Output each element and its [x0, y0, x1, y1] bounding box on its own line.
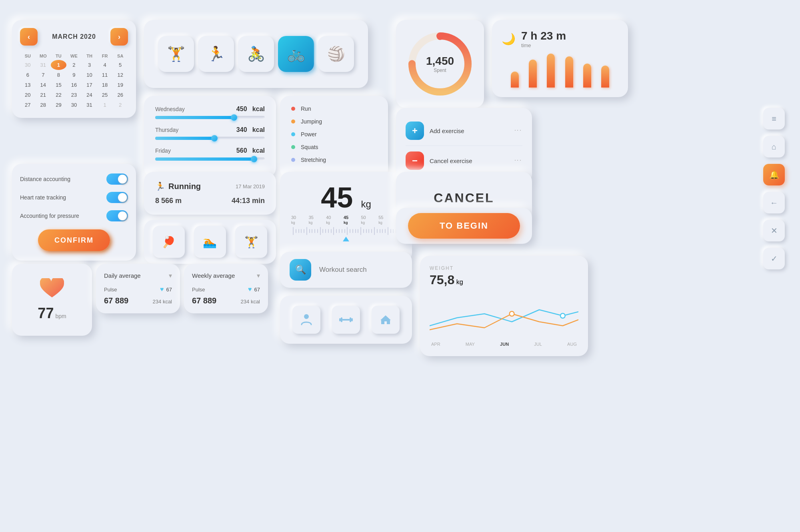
- scale-tick: [306, 227, 307, 235]
- calendar-day[interactable]: 10: [82, 70, 97, 80]
- sport-cycle-button[interactable]: 🚴: [238, 36, 274, 72]
- calendar-day[interactable]: 30: [66, 100, 82, 110]
- running-date: 17 Mar 2019: [236, 183, 265, 189]
- calendar-day[interactable]: 5: [112, 60, 128, 70]
- small-sport-pingpong[interactable]: 🏓: [153, 226, 185, 258]
- scale-tick: [390, 229, 391, 233]
- cancel-label[interactable]: CANCEL: [434, 191, 494, 205]
- friday-progress: [155, 157, 265, 161]
- calendar-day[interactable]: 1: [51, 60, 66, 70]
- sport-run-button[interactable]: 🏃: [198, 36, 234, 72]
- cancel-exercise-menu[interactable]: ⋮: [514, 157, 522, 165]
- calendar-day[interactable]: 8: [51, 70, 66, 80]
- calendar-day[interactable]: 31: [36, 60, 51, 70]
- bpm-unit: bpm: [55, 313, 66, 319]
- scale-tick: [393, 229, 394, 233]
- calendar-day[interactable]: 17: [82, 80, 97, 90]
- heart-rate-toggle-row: Heart rate tracking: [20, 192, 128, 203]
- cal-day-header: SA: [112, 52, 128, 60]
- squats-label: Squats: [301, 144, 318, 150]
- heart-rate-toggle-label: Heart rate tracking: [20, 194, 66, 201]
- pressure-toggle-label: Accounting for pressure: [20, 213, 79, 219]
- weekly-avg-dropdown[interactable]: ▾: [257, 272, 260, 279]
- prev-month-button[interactable]: ‹: [20, 28, 38, 46]
- calendar-day[interactable]: 30: [20, 60, 36, 70]
- workout-search-label[interactable]: Workout search: [319, 266, 367, 274]
- scale-labels: 30kg 35kg 40kg 45kg 50kg 55kg 60kg: [290, 215, 402, 225]
- cancel-exercise-icon: −: [406, 151, 424, 170]
- calendar-day[interactable]: 1: [97, 100, 113, 110]
- month-jun: JUN: [500, 342, 509, 347]
- svg-point-2: [304, 314, 309, 319]
- calendar-day[interactable]: 19: [112, 80, 128, 90]
- calendar-day[interactable]: 24: [82, 90, 97, 100]
- svg-rect-4: [341, 317, 342, 322]
- friday-fill: [155, 157, 254, 161]
- daily-pulse-label: Pulse: [104, 287, 117, 293]
- weekly-pulse-label: Pulse: [192, 287, 205, 293]
- nav-bell-icon[interactable]: 🔔: [763, 164, 785, 185]
- bar-chart-bar: [601, 66, 609, 88]
- pressure-toggle-switch[interactable]: [106, 210, 128, 221]
- nav-home-icon[interactable]: ⌂: [763, 136, 785, 157]
- calendar-day[interactable]: 2: [66, 60, 82, 70]
- nav-menu-icon[interactable]: ≡: [763, 108, 785, 130]
- calendar-day[interactable]: 6: [20, 70, 36, 80]
- calendar-day[interactable]: 3: [82, 60, 97, 70]
- calendar-day[interactable]: 25: [97, 90, 113, 100]
- friday-row: Friday 560 kcal: [155, 147, 265, 161]
- calendar-day[interactable]: 12: [112, 70, 128, 80]
- calendar-day[interactable]: 7: [36, 70, 51, 80]
- add-exercise-menu[interactable]: ⋮: [514, 127, 522, 135]
- nav-check-icon[interactable]: ✓: [763, 248, 785, 269]
- weekly-stats-row: 67 889 234 kcal: [192, 296, 260, 305]
- calendar-day[interactable]: 22: [51, 90, 66, 100]
- calendar-day[interactable]: 4: [97, 60, 113, 70]
- small-sport-swim[interactable]: 🏊: [194, 226, 226, 258]
- heart-rate-display-card: 77 bpm: [12, 264, 92, 336]
- scale-tick: [336, 229, 337, 233]
- calendar-day[interactable]: 21: [36, 90, 51, 100]
- calendar-day[interactable]: 29: [51, 100, 66, 110]
- calendar-day[interactable]: 14: [36, 80, 51, 90]
- scale-tick: [328, 229, 329, 233]
- sport-gym-button[interactable]: 🏋️: [158, 36, 194, 72]
- calendar-day[interactable]: 28: [36, 100, 51, 110]
- cal-day-header: MO: [36, 52, 51, 60]
- scale-ticks: [290, 227, 402, 235]
- daily-avg-dropdown[interactable]: ▾: [169, 272, 172, 279]
- month-jul: JUL: [534, 342, 542, 347]
- sport-volleyball-button[interactable]: 🏐: [318, 36, 354, 72]
- calendar-day[interactable]: 2: [112, 100, 128, 110]
- calendar-day[interactable]: 9: [66, 70, 82, 80]
- calendar-day[interactable]: 20: [20, 90, 36, 100]
- small-sport-lift[interactable]: 🏋️: [235, 226, 267, 258]
- daily-average-card: Daily average ▾ Pulse ♥ 67 67 889 234 kc…: [96, 264, 180, 313]
- next-month-button[interactable]: ›: [110, 28, 128, 46]
- calendar-day[interactable]: 15: [51, 80, 66, 90]
- calendar-day[interactable]: 23: [66, 90, 82, 100]
- scale-tick: [293, 227, 294, 235]
- weekly-pulse-val: ♥ 67: [248, 286, 260, 293]
- confirm-button[interactable]: CONFIRM: [38, 229, 110, 251]
- bar-chart-bar: [547, 54, 555, 88]
- calendar-day[interactable]: 26: [112, 90, 128, 100]
- calendar-day[interactable]: 13: [20, 80, 36, 90]
- distance-toggle-row: Distance accounting: [20, 173, 128, 185]
- distance-toggle-switch[interactable]: [106, 173, 128, 185]
- heart-rate-toggle-switch[interactable]: [106, 192, 128, 203]
- bottom-home-icon[interactable]: [372, 306, 400, 334]
- bottom-person-icon[interactable]: [292, 306, 320, 334]
- calendar-day[interactable]: 31: [82, 100, 97, 110]
- nav-close-icon[interactable]: ✕: [763, 220, 785, 241]
- month-may: MAY: [466, 342, 475, 347]
- nav-back-icon[interactable]: ←: [763, 192, 785, 213]
- calendar-day[interactable]: 18: [97, 80, 113, 90]
- calendar-day[interactable]: 27: [20, 100, 36, 110]
- sport-bike-button[interactable]: 🚲: [278, 36, 314, 72]
- calendar-day[interactable]: 11: [97, 70, 113, 80]
- daily-pulse-val: ♥ 67: [160, 286, 172, 293]
- begin-button[interactable]: TO BEGIN: [408, 213, 520, 239]
- bottom-dumbbell-icon[interactable]: [332, 306, 360, 334]
- calendar-day[interactable]: 16: [66, 80, 82, 90]
